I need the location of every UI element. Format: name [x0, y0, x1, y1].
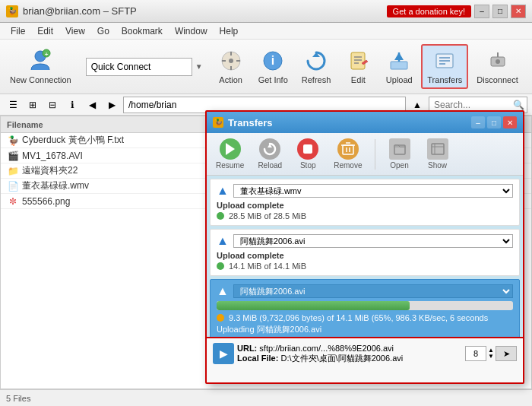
- get-info-label: Get Info: [258, 75, 288, 84]
- transfers-close-button[interactable]: ✕: [503, 116, 517, 128]
- url-label: URL:: [237, 344, 257, 353]
- refresh-icon: [304, 49, 328, 73]
- bottom-row: ▶ URL: sftp://briian.com/...%88%9E2006.a…: [213, 343, 517, 364]
- transfer-item-active: ▲ 阿貓跳舞2006.avi 9.3 MiB (9,732,096 bytes)…: [210, 279, 520, 337]
- transfers-toolbar: Resume Reload Stop: [207, 133, 523, 176]
- svg-text:i: i: [271, 54, 274, 67]
- action-label: Action: [219, 75, 242, 84]
- status-bar: 5 Files: [0, 389, 532, 406]
- toolbar: + New Connection ▼ Action i: [0, 40, 532, 94]
- transfers-title-right: – □ ✕: [471, 116, 517, 128]
- counter-down-button[interactable]: ▼: [488, 354, 494, 360]
- title-bar: 🦆 brian@briian.com – SFTP Get a donation…: [0, 0, 532, 23]
- transfer-size-row: 9.3 MiB (9,732,096 bytes) of 14.1 MiB (6…: [217, 313, 513, 322]
- transfer-item-header: ▲ 阿貓跳舞2006.avi: [217, 284, 513, 298]
- transfer-item-header: ▲ 董衣基碌碌.wmv: [217, 184, 513, 198]
- transfers-reload-button[interactable]: Reload: [253, 136, 287, 172]
- file-icon-video: 🎬: [7, 150, 19, 162]
- bottom-play-icon: ▶: [213, 343, 234, 364]
- refresh-label: Refresh: [302, 75, 331, 84]
- transfer-size-row: 14.1 MiB of 14.1 MiB: [217, 262, 513, 271]
- nav-list-view-button[interactable]: ☰: [5, 97, 21, 113]
- svg-rect-36: [432, 144, 444, 154]
- edit-button[interactable]: Edit: [339, 45, 377, 88]
- transfers-title-bar: 🦆 Transfers – □ ✕: [207, 112, 523, 133]
- menu-item-view[interactable]: View: [59, 24, 91, 38]
- remove-icon: [337, 138, 359, 160]
- maximize-button[interactable]: □: [492, 5, 508, 18]
- action-icon: [219, 49, 243, 73]
- transfers-show-button[interactable]: Show: [421, 136, 454, 172]
- upload-direction-icon: ▲: [217, 234, 229, 248]
- transfers-maximize-button[interactable]: □: [487, 116, 501, 128]
- url-value: sftp://briian.com/...%88%9E2006.avi: [259, 344, 394, 353]
- svg-point-4: [229, 59, 233, 63]
- menu-item-go[interactable]: Go: [91, 24, 116, 38]
- upload-direction-icon: ▲: [217, 184, 229, 198]
- nav-column-view-button[interactable]: ⊟: [44, 97, 61, 113]
- close-button[interactable]: ✕: [511, 5, 526, 18]
- menu-item-edit[interactable]: Edit: [31, 24, 59, 38]
- transfer-size-row: 28.5 MiB of 28.5 MiB: [217, 211, 513, 220]
- edit-icon: [346, 49, 370, 73]
- title-bar-right: Get a donation key! – □ ✕: [387, 5, 526, 18]
- new-connection-button[interactable]: + New Connection: [5, 45, 77, 88]
- donation-button[interactable]: Get a donation key!: [387, 5, 471, 17]
- transfer-item-header: ▲ 阿貓跳舞2006.avi: [217, 234, 513, 248]
- transfers-button[interactable]: Transfers: [421, 44, 468, 89]
- svg-marker-27: [226, 143, 235, 155]
- quick-connect-input[interactable]: [86, 58, 192, 76]
- stop-label: Stop: [300, 161, 316, 170]
- bottom-info: URL: sftp://briian.com/...%88%9E2006.avi…: [237, 344, 462, 364]
- counter-input[interactable]: [465, 346, 486, 361]
- menu-bar: FileEditViewGoBookmarkWindowHelp: [0, 23, 532, 40]
- menu-item-window[interactable]: Window: [169, 24, 214, 38]
- get-info-button[interactable]: i Get Info: [253, 45, 293, 88]
- remove-label: Remove: [334, 161, 362, 170]
- transfer-size-text: 14.1 MiB of 14.1 MiB: [229, 262, 306, 271]
- nav-forward-button[interactable]: ▶: [103, 97, 120, 113]
- menu-item-file[interactable]: File: [5, 24, 31, 38]
- action-button[interactable]: Action: [212, 45, 250, 88]
- transfers-minimize-button[interactable]: –: [471, 116, 485, 128]
- disconnect-button[interactable]: Disconnect: [471, 45, 523, 88]
- menu-item-bookmark[interactable]: Bookmark: [116, 24, 169, 38]
- upload-button[interactable]: Upload: [380, 45, 418, 88]
- open-label: Open: [390, 161, 408, 170]
- transfers-open-button[interactable]: Open: [383, 136, 416, 172]
- send-button[interactable]: ➤: [496, 346, 517, 361]
- transfers-stop-button[interactable]: Stop: [291, 136, 325, 172]
- transfer-filename-select[interactable]: 阿貓跳舞2006.avi: [233, 234, 513, 248]
- menu-item-help[interactable]: Help: [214, 24, 245, 38]
- disconnect-icon: [486, 49, 510, 73]
- transfer-item: ▲ 阿貓跳舞2006.avi Upload complete 14.1 MiB …: [210, 229, 520, 276]
- transfer-counter: ▲ ▼ ➤: [465, 346, 517, 361]
- localfile-value: D:\文件夾\桌面\阿貓跳舞2006.avi: [280, 354, 403, 363]
- transfer-filename-select[interactable]: 阿貓跳舞2006.avi: [233, 284, 513, 298]
- refresh-button[interactable]: Refresh: [296, 45, 337, 88]
- transfers-icon: [432, 49, 457, 73]
- app-icon: 🦆: [6, 5, 18, 17]
- transfers-label: Transfers: [427, 75, 462, 84]
- svg-text:+: +: [45, 51, 49, 58]
- quick-connect-area: ▼: [86, 58, 203, 76]
- transfer-filename-select[interactable]: 董衣基碌碌.wmv: [233, 184, 513, 198]
- get-info-icon: i: [261, 49, 285, 73]
- file-icon-wmv: 📄: [7, 180, 19, 192]
- minimize-button[interactable]: –: [474, 5, 489, 18]
- progress-bar-container: [217, 301, 513, 310]
- nav-info-button[interactable]: ℹ: [64, 97, 81, 113]
- transfers-title-left: 🦆 Transfers: [213, 117, 273, 128]
- transfer-size-text: 28.5 MiB of 28.5 MiB: [229, 211, 306, 220]
- transfers-resume-button[interactable]: Resume: [211, 136, 249, 172]
- nav-back-button[interactable]: ◀: [84, 97, 100, 113]
- svg-rect-29: [303, 144, 312, 154]
- quick-connect-arrow-icon: ▼: [195, 62, 203, 71]
- stop-icon: [297, 138, 318, 160]
- upload-label: Upload: [386, 75, 413, 84]
- transfers-remove-button[interactable]: Remove: [329, 136, 366, 172]
- resume-label: Resume: [216, 161, 244, 170]
- transfer-uploading-row: Uploading 阿貓跳舞2006.avi: [217, 324, 513, 335]
- nav-icon-view-button[interactable]: ⊞: [24, 97, 41, 113]
- file-icon-folder: 📁: [7, 165, 19, 177]
